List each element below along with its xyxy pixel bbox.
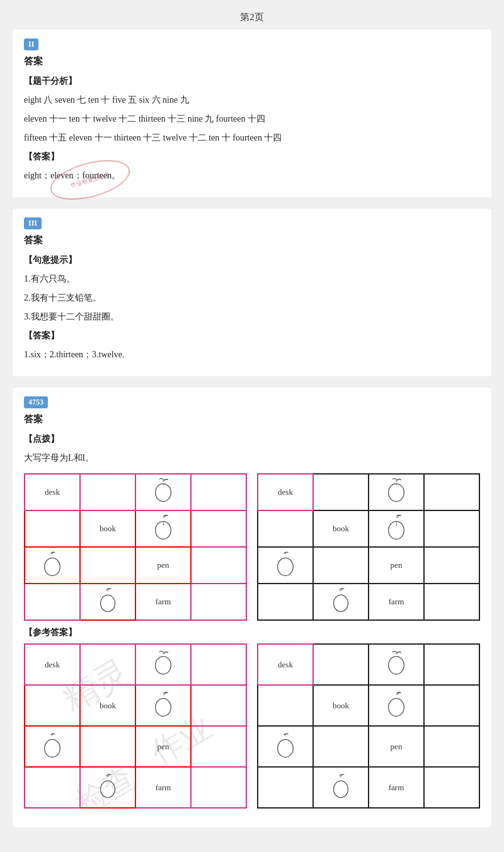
- cell-empty5: [80, 547, 135, 584]
- left-table-question: desk book: [24, 473, 247, 621]
- cell-empty7: [25, 584, 80, 620]
- cell-peach: [135, 510, 191, 547]
- arcell-farm: farm: [369, 767, 424, 808]
- apple3-icon: [94, 587, 122, 614]
- left-table-answer: desk book: [24, 643, 247, 809]
- badge-2: II: [24, 38, 38, 50]
- table-row: book: [25, 510, 246, 547]
- answer-title-3: 答案: [24, 234, 480, 246]
- arcell-apple3: [313, 767, 369, 808]
- watermark-area: 【答案】 eight；eleven；fourteen。 作业检查水印子: [24, 148, 120, 186]
- svg-point-3: [45, 558, 60, 575]
- rcell-pen: pen: [369, 547, 424, 584]
- apple2-icon: [38, 550, 66, 578]
- svg-point-11: [156, 698, 171, 716]
- cell-empty3: [25, 510, 80, 547]
- acell-empty6: [191, 726, 246, 767]
- arcell-pen: pen: [369, 726, 424, 767]
- rcell-book: book: [313, 510, 369, 547]
- svg-point-16: [278, 739, 294, 757]
- grid-question-section: desk book: [24, 473, 480, 621]
- line2: eleven 十一 ten 十 twelve 十二 thirteen 十三 ni…: [24, 110, 480, 128]
- rapple2-icon: [272, 550, 299, 578]
- arapple2-icon: [272, 732, 299, 759]
- cell-empty6: [191, 547, 246, 584]
- rcell-farm: farm: [369, 584, 424, 620]
- aapple2-icon: [38, 732, 66, 759]
- table-row: book: [258, 685, 479, 726]
- badge-4753: 4753: [24, 396, 48, 408]
- table-row: desk: [258, 644, 479, 685]
- svg-point-17: [334, 781, 348, 797]
- badge-3: III: [24, 217, 42, 229]
- card-section-2: II 答案 【题干分析】 eight 八 seven 七 ten 十 five …: [13, 30, 491, 197]
- hint-text-4753: 大写字母为L和I。: [24, 449, 480, 467]
- table-row: book: [258, 510, 479, 547]
- arapple3-icon: [327, 773, 355, 800]
- arcell-apple-top: [369, 644, 424, 685]
- table-row: farm: [25, 584, 246, 620]
- rcell-peach: [369, 510, 424, 547]
- line3: fifteen 十五 eleven 十一 thirteen 十三 twelve …: [24, 129, 480, 147]
- svg-point-9: [334, 595, 348, 611]
- table-row: pen: [25, 726, 246, 767]
- arpeach-icon: [382, 691, 410, 718]
- arcell-empty2: [424, 644, 479, 685]
- content-2: 【题干分析】 eight 八 seven 七 ten 十 five 五 six …: [24, 72, 480, 186]
- answer-label-3: 【答案】: [24, 327, 480, 345]
- content-3: 【句意提示】 1.有六只鸟。 2.我有十三支铅笔。 3.我想要十二个甜甜圈。 【…: [24, 251, 480, 364]
- acell-empty8: [191, 767, 246, 808]
- arcell-empty7: [258, 767, 313, 808]
- arcell-empty5: [313, 726, 369, 767]
- ref-label: 【参考答案】: [24, 627, 480, 638]
- cell-empty8: [191, 584, 246, 620]
- arcell-apple2: [258, 726, 313, 767]
- arcell-empty8: [424, 767, 479, 808]
- grid-answer-section: 精灵 作业 检查 desk: [24, 643, 480, 809]
- svg-point-10: [156, 656, 171, 674]
- grid-pair-answer: desk book: [24, 643, 480, 809]
- acell-peach: [135, 685, 191, 726]
- rapple3-icon: [327, 587, 355, 614]
- rcell-empty6: [424, 547, 479, 584]
- rpeach-icon: [382, 514, 410, 541]
- arcell-peach: [369, 685, 424, 726]
- arcell-desk: desk: [258, 644, 313, 685]
- right-table-answer: desk book: [257, 643, 480, 809]
- svg-point-14: [389, 656, 404, 674]
- answer-title-2: 答案: [24, 55, 480, 67]
- cell-desk: desk: [25, 474, 80, 510]
- page-header: 第2页: [0, 0, 504, 30]
- table-row: desk: [258, 474, 479, 510]
- table-row: farm: [258, 767, 479, 808]
- cell-apple3: [80, 584, 135, 620]
- acell-book: book: [80, 685, 135, 726]
- cell-farm: farm: [135, 584, 191, 620]
- rcell-desk: desk: [258, 474, 313, 510]
- svg-point-5: [389, 484, 404, 502]
- table-row: pen: [258, 726, 479, 767]
- cell-apple-top: [135, 474, 191, 510]
- acell-empty7: [25, 767, 80, 808]
- apple-icon: [149, 477, 177, 505]
- cell-apple2: [25, 547, 80, 584]
- hint-label-4753: 【点拨】: [24, 430, 480, 448]
- hint1: 1.有六只鸟。: [24, 270, 480, 288]
- acell-empty4: [191, 685, 246, 726]
- arapple-icon: [382, 650, 410, 677]
- cell-empty4: [191, 510, 246, 547]
- acell-empty3: [25, 685, 80, 726]
- arcell-book: book: [313, 685, 369, 726]
- rcell-empty8: [424, 584, 479, 620]
- peach-icon: [149, 514, 177, 541]
- rcell-empty2: [424, 474, 479, 510]
- cell-book: book: [80, 510, 135, 547]
- rcell-empty7: [258, 584, 313, 620]
- aapple3-icon: [94, 773, 122, 800]
- answer-text: eight；eleven；fourteen。: [24, 167, 120, 185]
- table-row: desk: [25, 474, 246, 510]
- arcell-empty4: [424, 685, 479, 726]
- acell-farm: farm: [135, 767, 191, 808]
- line1: eight 八 seven 七 ten 十 five 五 six 六 nine …: [24, 91, 480, 109]
- arcell-empty3: [258, 685, 313, 726]
